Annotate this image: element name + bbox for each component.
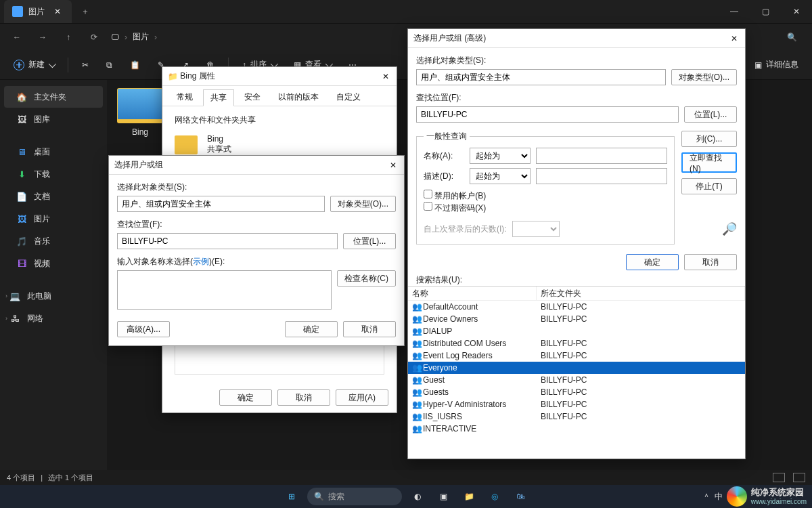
result-row[interactable]: 👥Event Log ReadersBILLYFU-PC — [408, 350, 745, 362]
adv-type-button[interactable]: 对象类型(O)... — [671, 69, 737, 85]
adv-cancel-button[interactable]: 取消 — [684, 254, 737, 270]
close-icon[interactable]: ✕ — [382, 156, 404, 175]
dlg-su-title: 选择用户或组 — [114, 159, 163, 171]
sidebar-item-downloads[interactable]: ⬇下载 — [4, 163, 103, 185]
adv-type-field[interactable] — [416, 69, 666, 85]
refresh-button[interactable]: ⟳ — [83, 27, 106, 47]
task-edge[interactable]: ◎ — [484, 488, 505, 505]
close-tab-icon[interactable]: ✕ — [50, 7, 65, 16]
su-advanced-button[interactable]: 高级(A)... — [117, 321, 170, 337]
su-checkname-button[interactable]: 检查名称(C) — [337, 270, 396, 287]
tab-security[interactable]: 安全 — [237, 89, 268, 106]
sidebar-item-pictures[interactable]: 🖼图片 — [4, 208, 103, 230]
minimize-button[interactable]: — — [719, 0, 750, 23]
ime-indicator[interactable]: 中 — [715, 491, 723, 503]
copy-button[interactable]: ⧉ — [99, 55, 119, 75]
adv-name-label: 名称(A): — [424, 150, 464, 162]
result-row[interactable]: 👥INTERACTIVE — [408, 423, 745, 435]
tab-share[interactable]: 共享 — [203, 89, 234, 106]
result-row[interactable]: 👥Everyone — [408, 362, 745, 374]
sidebar-item-network[interactable]: ›🖧网络 — [4, 308, 103, 329]
col-name[interactable]: 名称 — [408, 287, 537, 300]
dlg-su-titlebar[interactable]: 选择用户或组 ✕ — [109, 156, 404, 175]
chevron-right-icon[interactable]: › — [5, 293, 7, 299]
start-button[interactable]: ⊞ — [281, 488, 302, 505]
adv-name-input[interactable] — [536, 148, 667, 164]
col-folder[interactable]: 所在文件夹 — [537, 287, 745, 300]
adv-ok-button[interactable]: 确定 — [626, 254, 679, 270]
adv-desc-input[interactable] — [536, 168, 667, 184]
adv-desc-mode[interactable]: 起始为 — [470, 168, 531, 184]
crumb-pictures[interactable]: 图片 — [133, 31, 149, 43]
up-button[interactable]: ↑ — [57, 27, 80, 47]
result-row[interactable]: 👥Hyper-V AdministratorsBILLYFU-PC — [408, 398, 745, 410]
su-cancel-button[interactable]: 取消 — [343, 321, 396, 337]
sidebar-item-thispc[interactable]: ›💻此电脑 — [4, 285, 103, 307]
tab-prev[interactable]: 以前的版本 — [271, 89, 326, 106]
props-apply-button[interactable]: 应用(A) — [336, 389, 388, 406]
close-icon[interactable]: ✕ — [723, 29, 745, 48]
result-row[interactable]: 👥GuestsBILLYFU-PC — [408, 386, 745, 398]
su-ok-button[interactable]: 确定 — [285, 321, 338, 337]
su-type-button[interactable]: 对象类型(O)... — [330, 196, 396, 212]
back-button[interactable]: ← — [5, 27, 28, 47]
props-cancel-button[interactable]: 取消 — [277, 389, 330, 406]
su-type-field[interactable] — [117, 196, 325, 212]
result-row[interactable]: 👥IIS_IUSRSBILLYFU-PC — [408, 410, 745, 423]
tray-chevron-icon[interactable]: ＾ — [702, 491, 710, 503]
status-bar: 4 个项目 | 选中 1 个项目 — [0, 470, 812, 485]
folder-bing[interactable]: Bing — [115, 88, 165, 137]
sidebar-item-home[interactable]: 🏠主文件夹 — [4, 86, 103, 108]
chevron-right-icon[interactable]: › — [5, 315, 7, 322]
result-row[interactable]: 👥IUSR — [408, 435, 745, 436]
result-row[interactable]: 👥Device OwnersBILLYFU-PC — [408, 313, 745, 325]
maximize-button[interactable]: ▢ — [750, 0, 781, 23]
new-button[interactable]: 新建 — [7, 55, 61, 75]
result-row[interactable]: 👥Distributed COM UsersBILLYFU-PC — [408, 337, 745, 350]
forward-button[interactable]: → — [31, 27, 54, 47]
adv-loc-button[interactable]: 位置(L)... — [684, 106, 737, 123]
tab-custom[interactable]: 自定义 — [329, 89, 368, 106]
result-row[interactable]: 👥DefaultAccountBILLYFU-PC — [408, 301, 745, 313]
adv-chk-pwd[interactable]: 不过期密码(X) — [424, 203, 486, 213]
task-app-1[interactable]: ◐ — [407, 488, 428, 505]
task-app-2[interactable]: ▣ — [433, 488, 453, 505]
results-header[interactable]: 名称 所在文件夹 — [408, 286, 745, 301]
adv-chk-disabled[interactable]: 禁用的帐户(B) — [424, 191, 486, 200]
results-list[interactable]: 👥DefaultAccountBILLYFU-PC👥Device OwnersB… — [408, 301, 745, 436]
task-store[interactable]: 🛍 — [510, 488, 531, 505]
su-loc-button[interactable]: 位置(L)... — [343, 233, 396, 249]
close-window-button[interactable]: ✕ — [781, 0, 812, 23]
adv-name-mode[interactable]: 起始为 — [470, 148, 531, 164]
tab-pictures[interactable]: 图片 ✕ — [4, 0, 72, 23]
task-explorer[interactable]: 📁 — [459, 488, 479, 505]
su-loc-field[interactable] — [117, 233, 338, 249]
new-tab-button[interactable]: ＋ — [72, 6, 99, 18]
dlg-props-titlebar[interactable]: 📁 Bing 属性 ✕ — [162, 67, 397, 86]
sidebar-item-desktop[interactable]: 🖥桌面 — [4, 141, 103, 163]
su-object-name-input[interactable] — [117, 270, 332, 310]
cut-button[interactable]: ✂ — [75, 55, 95, 75]
paste-button[interactable]: 📋 — [123, 55, 147, 75]
su-example-link[interactable]: 示例 — [193, 257, 209, 266]
details-pane-button[interactable]: ▣ 详细信息 — [748, 55, 805, 75]
adv-loc-field[interactable] — [416, 106, 679, 123]
dlg-adv-titlebar[interactable]: 选择用户或组 (高级) ✕ — [408, 29, 745, 48]
result-row[interactable]: 👥DIALUP — [408, 325, 745, 337]
result-row[interactable]: 👥GuestBILLYFU-PC — [408, 374, 745, 386]
breadcrumb[interactable]: 🖵 › 图片 › — [108, 31, 160, 43]
sidebar-item-music[interactable]: 🎵音乐 — [4, 230, 103, 252]
adv-findnow-button[interactable]: 立即查找(N) — [681, 152, 737, 173]
view-list-button[interactable] — [773, 473, 785, 482]
adv-columns-button[interactable]: 列(C)... — [681, 131, 737, 147]
sidebar-item-documents[interactable]: 📄文档 — [4, 186, 103, 207]
taskbar-search[interactable]: 🔍 搜索 — [307, 488, 402, 505]
sidebar-item-gallery[interactable]: 🖼图库 — [4, 108, 103, 130]
tab-general[interactable]: 常规 — [169, 89, 200, 106]
adv-stop-button[interactable]: 停止(T) — [681, 178, 737, 194]
sidebar-item-videos[interactable]: 🎞视频 — [4, 253, 103, 274]
search-button[interactable]: 🔍 — [777, 28, 807, 47]
close-icon[interactable]: ✕ — [375, 67, 397, 86]
props-ok-button[interactable]: 确定 — [219, 389, 272, 406]
view-grid-button[interactable] — [793, 473, 805, 482]
